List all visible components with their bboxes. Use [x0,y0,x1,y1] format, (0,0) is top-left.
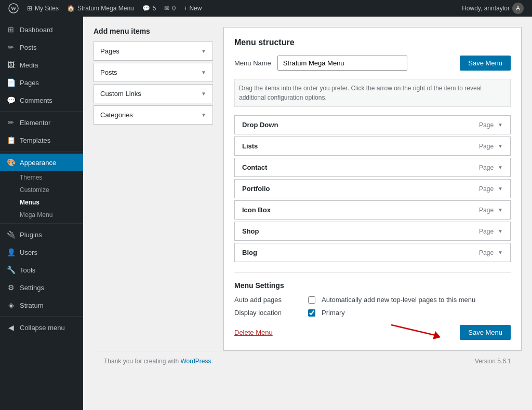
primary-checkbox[interactable] [308,309,315,317]
adminbar-my-sites[interactable]: ⊞ My Sites [23,0,63,17]
sidebar-item-appearance[interactable]: 🎨 Appearance [0,154,83,171]
accordion-pages[interactable]: Pages ▼ [94,42,213,61]
accordion-pages-header[interactable]: Pages ▼ [94,42,212,60]
wp-footer: Thank you for creating with WordPress. V… [94,351,522,371]
sidebar-item-templates[interactable]: 📋 Templates [0,131,83,149]
sidebar-item-plugins[interactable]: 🔌 Plugins [0,226,83,243]
main-content: Add menu items Pages ▼ Posts ▼ [83,17,532,410]
menu-name-input[interactable] [277,56,407,71]
sidebar-item-posts[interactable]: ✏ Posts [0,38,83,56]
menu-item-name-contact: Contact [242,163,479,171]
adminbar-comments[interactable]: 💬 5 [138,0,161,17]
save-menu-button-bottom[interactable]: Save Menu [460,325,511,340]
add-menu-title: Add menu items [94,27,213,35]
sidebar-item-tools[interactable]: 🔧 Tools [0,261,83,279]
menu-item-arrow-blog[interactable]: ▼ [498,250,503,255]
menus-layout: Add menu items Pages ▼ Posts ▼ [94,27,522,351]
stratum-icon: ◈ [6,300,16,310]
menu-item-arrow-dropdown[interactable]: ▼ [498,122,503,128]
wordpress-link[interactable]: WordPress [180,358,211,365]
users-icon: 👤 [6,248,16,257]
auto-add-checkbox[interactable] [308,296,315,304]
save-menu-button-top[interactable]: Save Menu [460,56,511,71]
sidebar-submenu-customize[interactable]: Customize [0,184,83,196]
sidebar-item-settings[interactable]: ⚙ Settings [0,279,83,296]
menu-item-arrow-contact[interactable]: ▼ [498,165,503,170]
menu-item-name-shop: Shop [242,227,479,235]
sidebar-item-pages[interactable]: 📄 Pages [0,74,83,91]
sidebar-label-tools: Tools [20,266,35,274]
menu-item-name-portfolio: Portfolio [242,185,479,193]
menu-item-arrow-lists[interactable]: ▼ [498,143,503,149]
menu-item-type-dropdown: Page [479,121,494,129]
delete-menu-link[interactable]: Delete Menu [234,329,273,336]
menu-item-portfolio[interactable]: Portfolio Page ▼ [234,179,511,198]
auto-add-row: Auto add pages Automatically add new top… [234,296,511,304]
sidebar-label-settings: Settings [20,284,44,292]
my-sites-label: My Sites [35,5,59,12]
sidebar-item-elementor[interactable]: ✏ Elementor [0,114,83,131]
adminbar-user[interactable]: Howdy, anntaylor A [458,0,528,17]
wp-wrap: ⊞ Dashboard ✏ Posts 🖼 Media 📄 Pages 💬 Co… [0,17,532,410]
adminbar-new[interactable]: + New [180,0,206,17]
menu-item-name-dropdown: Drop Down [242,121,479,129]
menu-item-icon-box[interactable]: Icon Box Page ▼ [234,200,511,220]
sidebar-divider-3 [0,223,83,224]
menu-item-name-blog: Blog [242,249,479,256]
sidebar-label-stratum: Stratum [20,302,44,309]
sidebar-label-plugins: Plugins [20,231,42,239]
sidebar-item-media[interactable]: 🖼 Media [0,56,83,74]
sidebar-collapse-menu[interactable]: ◀ Collapse menu [0,319,83,336]
menu-structure-panel: Menu structure Menu Name Save Menu Drag … [223,27,522,351]
accordion-categories-header[interactable]: Categories ▼ [94,106,212,124]
menu-name-row: Menu Name Save Menu [234,56,511,71]
sidebar-divider-4 [0,316,83,317]
sidebar-item-stratum[interactable]: ◈ Stratum [0,296,83,314]
adminbar-site-name[interactable]: 🏠 Stratum Mega Menu [63,0,138,17]
sidebar-submenu-themes[interactable]: Themes [0,171,83,184]
accordion-posts-header[interactable]: Posts ▼ [94,63,212,81]
menu-item-shop[interactable]: Shop Page ▼ [234,222,511,241]
menu-item-contact[interactable]: Contact Page ▼ [234,158,511,177]
submenu-themes-label: Themes [20,174,42,181]
accordion-custom-links-header[interactable]: Custom Links ▼ [94,85,212,103]
accordion-posts[interactable]: Posts ▼ [94,63,213,82]
sidebar-item-comments[interactable]: 💬 Comments [0,91,83,109]
menu-item-arrow-shop[interactable]: ▼ [498,228,503,234]
sidebar-item-dashboard[interactable]: ⊞ Dashboard [0,21,83,38]
comment-bubble-icon: 💬 [142,5,150,12]
accordion-custom-links[interactable]: Custom Links ▼ [94,84,213,103]
menu-item-type-portfolio: Page [479,185,494,193]
adminbar-right: Howdy, anntaylor A [458,0,528,17]
accordion-categories-label: Categories [100,111,133,119]
user-avatar-icon: A [512,3,524,14]
display-location-label: Display location [234,309,302,317]
svg-line-2 [391,325,435,335]
sidebar-submenu-mega-menu[interactable]: Mega Menu [0,209,83,221]
howdy-label: Howdy, anntaylor [462,5,510,12]
svg-text:W: W [11,5,17,11]
primary-label: Primary [322,309,345,317]
collapse-icon: ◀ [6,323,16,332]
pages-icon: 📄 [6,78,16,87]
adminbar-wp-logo[interactable]: W [4,0,23,17]
menu-item-arrow-icon-box[interactable]: ▼ [498,207,503,213]
adminbar-messages[interactable]: ✉ 0 [160,0,180,17]
sidebar-submenu-menus[interactable]: Menus [0,196,83,209]
menu-structure-title: Menu structure [234,38,511,47]
menu-item-type-shop: Page [479,228,494,235]
accordion-posts-arrow: ▼ [201,70,206,75]
sidebar-label-media: Media [20,61,38,69]
menu-item-blog[interactable]: Blog Page ▼ [234,243,511,262]
media-icon: 🖼 [6,60,16,70]
menu-item-dropdown[interactable]: Drop Down Page ▼ [234,115,511,134]
accordion-categories[interactable]: Categories ▼ [94,105,213,125]
sidebar-divider-2 [0,151,83,152]
comments-count: 5 [153,5,156,12]
menu-item-name-icon-box: Icon Box [242,206,479,214]
page-wrap: Add menu items Pages ▼ Posts ▼ [94,27,522,351]
sidebar-item-users[interactable]: 👤 Users [0,243,83,261]
home-icon: 🏠 [67,5,75,12]
menu-item-lists[interactable]: Lists Page ▼ [234,136,511,156]
menu-item-arrow-portfolio[interactable]: ▼ [498,186,503,192]
